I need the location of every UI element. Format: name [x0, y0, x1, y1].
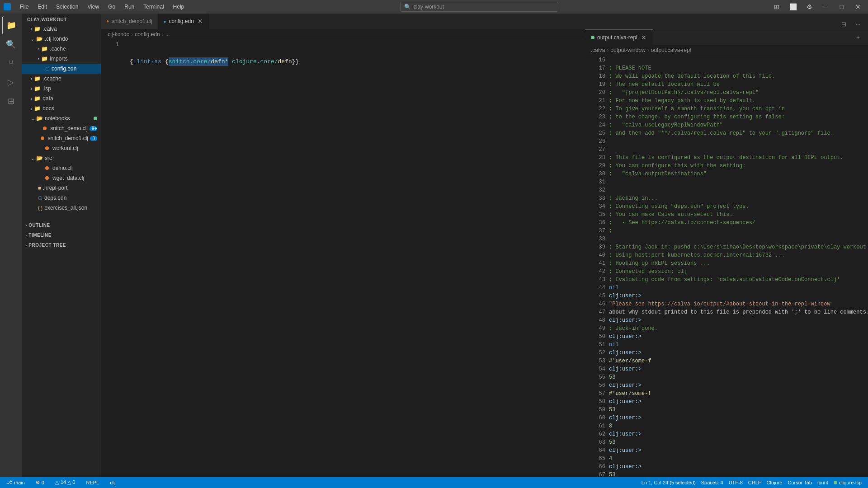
split-editor-btn[interactable]: ⊟ — [837, 19, 850, 29]
more-actions-btn[interactable]: ··· — [852, 19, 864, 29]
run-icon: ▷ — [8, 77, 14, 87]
sidebar-item-config-edn[interactable]: ⬡ config.edn — [22, 64, 101, 74]
repl-tab-bar-right: + — [852, 32, 868, 42]
menu-help[interactable]: Help — [170, 2, 188, 12]
repl-active-dot — [591, 36, 594, 39]
repl-line: 22; To give yourself a smooth transition… — [585, 105, 868, 113]
title-bar-left: File Edit Selection View Go Run Terminal… — [4, 2, 188, 12]
split-editor-button[interactable]: ⊞ — [770, 2, 783, 12]
repl-line-number: 50 — [591, 333, 605, 341]
repl-line: 19; The new default location will be — [585, 80, 868, 89]
minimize-button[interactable]: ─ — [819, 2, 832, 12]
status-git[interactable]: ⎇ main — [4, 477, 28, 488]
search-bar[interactable]: 🔍 clay-workout — [400, 2, 558, 12]
repl-more-btn[interactable]: + — [852, 32, 864, 42]
status-cursor-style[interactable]: Cursor Tab — [785, 480, 815, 485]
status-repl[interactable]: REPL — [83, 477, 102, 488]
repl-line: 42; Connected session: clj — [585, 267, 868, 276]
sidebar-item-deps-edn[interactable]: ⬡ deps.edn — [22, 193, 101, 203]
breadcrumb-part1: .clj-kondo — [106, 31, 129, 38]
tab-snitch-demo1[interactable]: ● snitch_demo1.clj — [101, 14, 158, 29]
timeline-header[interactable]: › TIMELINE — [22, 230, 101, 240]
sidebar-item-cache[interactable]: › 📁 .cache — [22, 44, 101, 54]
sidebar-item-data[interactable]: › 📁 data — [22, 94, 101, 103]
repl-line-number: 67 — [591, 471, 605, 477]
sidebar-item-demo-clj[interactable]: demo.clj — [22, 163, 101, 173]
chevron-right-icon: › — [31, 27, 32, 32]
code-editor[interactable]: 1 {:lint-as {snitch.core/defn* clojure.c… — [101, 39, 583, 477]
sidebar-item-nrepl-port[interactable]: ■ .nrepl-port — [22, 183, 101, 193]
status-cursor-pos[interactable]: Ln 1, Col 24 (5 selected) — [639, 480, 698, 485]
repl-line-number: 25 — [591, 129, 605, 137]
breadcrumb-part3: ... — [165, 31, 170, 38]
repl-line: 29; You can configure this with the sett… — [585, 162, 868, 170]
sidebar-item-snitch-demo[interactable]: snitch_demo.clj 9+ — [22, 123, 101, 133]
repl-line-number: 24 — [591, 121, 605, 129]
explorer-button[interactable]: 📁 — [2, 16, 20, 34]
sidebar-item-imports[interactable]: › 📁 imports — [22, 54, 101, 64]
menu-view[interactable]: View — [84, 2, 103, 12]
status-eol[interactable]: CRLF — [745, 480, 764, 485]
status-errors[interactable]: ⊗ 0 — [33, 477, 47, 488]
maximize-button[interactable]: □ — [835, 2, 848, 12]
repl-line: 51nil — [585, 341, 868, 349]
repl-bc-2: output-window — [610, 47, 645, 53]
folder-open-icon-3: 📂 — [36, 155, 43, 161]
sidebar-item-ccache[interactable]: › 📁 .ccache — [22, 74, 101, 84]
repl-line-content: clj:user:> — [609, 430, 642, 438]
sidebar-item-docs[interactable]: › 📁 docs — [22, 103, 101, 113]
folder-icon-4: 📁 — [34, 75, 41, 82]
chevron-right-icon-5: › — [31, 86, 32, 91]
menu-run[interactable]: Run — [121, 2, 138, 12]
layout-button[interactable]: ⬜ — [787, 2, 799, 12]
repl-tab-label: output.calva-repl — [597, 34, 637, 41]
source-control-button[interactable]: ⑂ — [2, 54, 20, 72]
repl-tab-close[interactable]: ✕ — [640, 34, 647, 41]
outline-header[interactable]: › OUTLINE — [22, 220, 101, 230]
close-button[interactable]: ✕ — [852, 2, 864, 12]
status-language[interactable]: Clojure — [764, 480, 785, 485]
repl-line: 57#'user/some-f — [585, 389, 868, 398]
search-button[interactable]: 🔍 — [2, 35, 20, 53]
repl-line-content: ; "calva.outputDestinations" — [609, 170, 707, 178]
menu-edit[interactable]: Edit — [34, 2, 51, 12]
outer-layout: 📁 🔍 ⑂ ▷ ⊞ CLAY-WORKOUT › 📁 .calva ⌄ 📂 .c… — [0, 14, 868, 477]
status-clojure-lsp[interactable]: clojure-lsp — [831, 480, 864, 485]
code-line-1: {:lint-as {snitch.core/defn* clojure.cor… — [126, 57, 583, 66]
status-warnings[interactable]: △ 14 △ 0 — [52, 477, 78, 488]
sidebar-item-lsp[interactable]: › 📁 .lsp — [22, 84, 101, 94]
tab-close-icon[interactable]: ✕ — [197, 18, 204, 25]
sidebar-item-snitch-demo1-label: snitch_demo1.clj — [48, 135, 88, 141]
repl-content[interactable]: 1617; PLEASE NOTE18; We will update the … — [585, 55, 868, 477]
status-spaces[interactable]: Spaces: 4 — [698, 480, 726, 485]
status-iprint[interactable]: iprint — [815, 480, 831, 485]
status-encoding[interactable]: UTF-8 — [726, 480, 745, 485]
repl-line: 25; and then add "**/.calva/repl.calva-r… — [585, 129, 868, 137]
sidebar-item-calva[interactable]: › 📁 .calva — [22, 24, 101, 34]
menu-go[interactable]: Go — [104, 2, 119, 12]
run-button[interactable]: ▷ — [2, 73, 20, 91]
sidebar-item-snitch-demo1[interactable]: snitch_demo1.clj 3 — [22, 133, 101, 143]
settings-button[interactable]: ⚙ — [803, 2, 816, 12]
menu-selection[interactable]: Selection — [52, 2, 82, 12]
sidebar-item-notebooks[interactable]: ⌄ 📂 notebooks — [22, 113, 101, 123]
sidebar-item-src[interactable]: ⌄ 📂 src — [22, 153, 101, 163]
extensions-button[interactable]: ⊞ — [2, 92, 20, 110]
sidebar-item-wget-data[interactable]: wget_data.clj — [22, 173, 101, 183]
repl-tab[interactable]: output.calva-repl ✕ — [585, 29, 653, 45]
code-content[interactable]: {:lint-as {snitch.core/defn* clojure.cor… — [123, 39, 583, 477]
sidebar-item-workout[interactable]: workout.clj — [22, 143, 101, 153]
tab-config-edn[interactable]: ● config.edn ✕ — [158, 14, 209, 29]
menu-file[interactable]: File — [16, 2, 32, 12]
folder-icon-3: 📁 — [41, 56, 48, 62]
repl-line: 37; — [585, 227, 868, 235]
sidebar-item-exercises-json[interactable]: { } exercises_all.json — [22, 203, 101, 213]
project-tree-header[interactable]: › PROJECT TREE — [22, 240, 101, 250]
git-icon: ⑂ — [9, 59, 14, 68]
repl-line-content: ; You can make Calva auto-select this. — [609, 211, 733, 219]
menu-terminal[interactable]: Terminal — [140, 2, 167, 12]
status-clj[interactable]: clj — [107, 477, 117, 488]
status-bar: ⎇ main ⊗ 0 △ 14 △ 0 REPL clj Ln 1, Col 2… — [0, 477, 868, 488]
sidebar-item-clj-kondo[interactable]: ⌄ 📂 .clj-kondo — [22, 34, 101, 44]
sidebar-item-imports-label: imports — [50, 56, 67, 62]
